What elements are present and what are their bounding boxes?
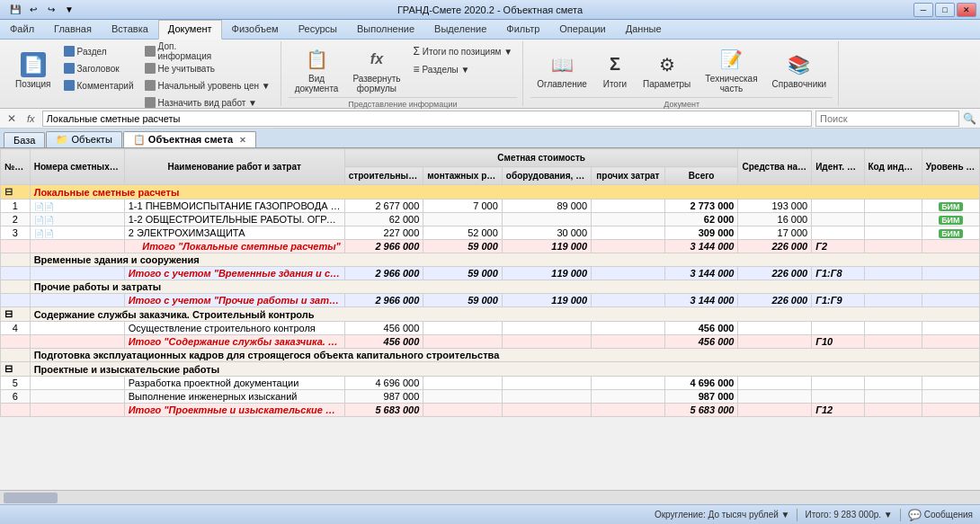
parametry-label: Параметры — [643, 79, 690, 89]
razvernut-label: Развернутьформулы — [352, 74, 400, 93]
nach-uroven-label: Начальный уровень цен ▼ — [158, 81, 271, 91]
tab-close-icon[interactable]: ✕ — [239, 136, 246, 145]
cell-num: 1 — [1, 200, 31, 213]
razd-button[interactable]: ≡ Разделы ▼ — [408, 61, 517, 77]
messages-control[interactable]: 💬 Сообщения — [908, 509, 973, 521]
itogi-label: Итоги — [603, 79, 627, 89]
razvernut-button[interactable]: fx Развернутьформулы — [346, 43, 406, 97]
table-row[interactable]: 5 Разработка проектной документации 4 69… — [1, 377, 980, 390]
subheader-vsego: Всего — [664, 167, 738, 185]
tech-chast-button[interactable]: 📝 Техническаячасть — [699, 43, 763, 97]
table-row[interactable]: 3 📄📄 2 ЭЛЕКТРОХИМЗАЩИТА 227 000 52 000 3… — [1, 226, 980, 240]
itogo-vsego: 3 144 000 — [664, 240, 738, 253]
tab-selection[interactable]: Выделение — [424, 20, 496, 39]
cell-stroit: 987 000 — [344, 390, 423, 404]
horizontal-scrollbar[interactable] — [0, 490, 980, 504]
tab-main[interactable]: Главная — [44, 20, 102, 39]
table-row[interactable]: 1 📄📄 1-1 ПНЕВМОИСПЫТАНИЕ ГАЗОПРОВОДА ДУ1… — [1, 200, 980, 213]
redo-button[interactable]: ↪ — [43, 2, 59, 18]
formula-input[interactable] — [42, 111, 812, 127]
tab-resources[interactable]: Ресурсы — [289, 20, 347, 39]
quick-access-toolbar: 💾 ↩ ↪ ▼ — [4, 0, 81, 20]
dop-info-button[interactable]: Доп.информация — [140, 43, 275, 59]
formula-cancel[interactable]: ✕ — [4, 112, 20, 125]
sheet-tab-smeta[interactable]: 📋 Объектная смета ✕ — [123, 131, 256, 147]
col-header-uroven: Уровень цен — [922, 149, 979, 185]
section5-minus[interactable]: ⊟ — [1, 362, 31, 377]
table-row[interactable]: ⊟ Локальные сметные расчеты — [1, 185, 980, 200]
razvernut-icon: fx — [364, 47, 389, 72]
section-col — [1, 253, 31, 267]
tab-operations[interactable]: Операции — [549, 20, 615, 39]
komment-button[interactable]: Комментарий — [59, 77, 138, 93]
zagolovok-button[interactable]: Заголовок — [59, 60, 138, 76]
cell-obor: 89 000 — [502, 200, 591, 213]
itogo2-sredstva: 226 000 — [738, 267, 812, 280]
sheet-tab-baza[interactable]: База — [4, 132, 45, 147]
cell-smet: 📄📄 — [30, 200, 124, 213]
cell-sredstva: 16 000 — [738, 213, 812, 226]
tab-document[interactable]: Документ — [158, 20, 222, 40]
parametry-button[interactable]: ⚙ Параметры — [637, 43, 697, 97]
close-button[interactable]: ✕ — [957, 3, 976, 17]
itogi-pos-label: Итоги по позициям ▼ — [423, 47, 512, 57]
titlebar-left: 💾 ↩ ↪ ▼ — [4, 0, 81, 20]
itogo4-smet — [30, 335, 124, 349]
section-project: Проектные и изыскательские работы — [30, 362, 979, 377]
tab-data[interactable]: Данные — [616, 20, 672, 39]
section3-minus[interactable]: ⊟ — [1, 307, 31, 322]
ribbon-tab-bar: Файл Главная Вставка Документ Физобъем Р… — [0, 20, 980, 40]
maximize-button[interactable]: □ — [935, 3, 955, 17]
oglavlenie-button[interactable]: 📖 Оглавление — [530, 43, 593, 97]
cell-ident — [812, 213, 864, 226]
scrollbar-thumb[interactable] — [4, 493, 58, 503]
search-input[interactable] — [815, 111, 959, 127]
cell-smet: 📄📄 — [30, 226, 124, 240]
itogo-sredstva: 226 000 — [738, 240, 812, 253]
itogo5-stroit: 5 683 000 — [344, 404, 423, 417]
cell-num: 3 — [1, 226, 31, 240]
cell-sredstva — [738, 377, 812, 390]
table-row[interactable]: 4 Осуществление строительного контроля 4… — [1, 322, 980, 335]
table-row[interactable]: 6 Выполнение инженерных изысканий 987 00… — [1, 390, 980, 404]
tab-physvolume[interactable]: Физобъем — [222, 20, 289, 39]
table-row-section-project: ⊟ Проектные и изыскательские работы — [1, 362, 980, 377]
nach-uroven-button[interactable]: Начальный уровень цен ▼ — [140, 77, 275, 93]
tab-execution[interactable]: Выполнение — [347, 20, 424, 39]
minimize-button[interactable]: ─ — [913, 3, 933, 17]
cell-ident — [812, 377, 864, 390]
itogo4-montazh — [423, 335, 503, 349]
nach-uroven-icon — [145, 80, 156, 91]
subheader-proch: прочих затрат — [592, 167, 665, 185]
rounding-control[interactable]: Округление: До тысяч рублей ▼ — [655, 510, 790, 520]
total-control[interactable]: Итого: 9 283 000р. ▼ — [805, 510, 892, 520]
position-button[interactable]: 📄 Позиция — [9, 43, 58, 97]
cell-obor — [502, 377, 591, 390]
rounding-label[interactable]: Округление: До тысяч рублей ▼ — [655, 510, 790, 520]
vid-doc-button[interactable]: 📋 Виддокумента — [289, 43, 345, 97]
total-label[interactable]: Итого: 9 283 000р. ▼ — [805, 510, 892, 520]
spravochniki-button[interactable]: 📚 Справочники — [766, 43, 833, 97]
razd-icon: ≡ — [413, 63, 419, 75]
ne-uchit-button[interactable]: Не учитывать — [140, 60, 275, 76]
naznachit-button[interactable]: Назначить вид работ ▼ — [140, 94, 275, 111]
section-minus[interactable]: ⊟ — [1, 185, 31, 200]
cell-uroven — [922, 377, 979, 390]
document-group-label: Документ — [530, 97, 833, 109]
razdel-button[interactable]: Раздел — [59, 43, 138, 59]
qat-dropdown[interactable]: ▼ — [61, 2, 77, 18]
itogo4-name: Итого "Содержание службы заказчика. Стро… — [124, 335, 344, 349]
tab-filter[interactable]: Фильтр — [496, 20, 549, 39]
itogi-button[interactable]: Σ Итоги — [595, 43, 635, 97]
save-button[interactable]: 💾 — [7, 2, 23, 18]
cell-kod — [864, 377, 922, 390]
search-icon[interactable]: 🔍 — [963, 112, 976, 125]
tab-insert[interactable]: Вставка — [102, 20, 158, 39]
itogi-pos-button[interactable]: Σ Итоги по позициям ▼ — [408, 43, 517, 59]
table-row[interactable]: 2 📄📄 1-2 ОБЩЕСТРОИТЕЛЬНЫЕ РАБОТЫ. ОГРАЖД… — [1, 213, 980, 226]
itogo4-stroit: 456 000 — [344, 335, 423, 349]
table-row-section: Прочие работы и затраты — [1, 280, 980, 294]
tab-file[interactable]: Файл — [0, 20, 44, 39]
sheet-tab-obekty[interactable]: 📁 Объекты — [46, 131, 121, 147]
undo-button[interactable]: ↩ — [25, 2, 41, 18]
